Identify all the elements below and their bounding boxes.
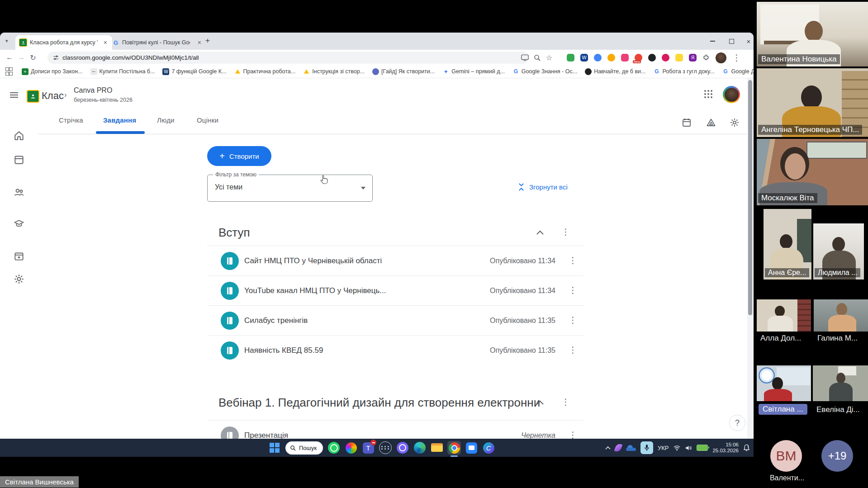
topic-filter-select[interactable]: Фільтр за темою Усі теми bbox=[207, 175, 373, 202]
participant-video[interactable]: Москалюк Віта bbox=[757, 139, 868, 205]
tab-close-icon[interactable]: × bbox=[102, 39, 109, 46]
extension-icon[interactable] bbox=[567, 54, 574, 62]
create-button[interactable]: + Створити bbox=[207, 146, 271, 166]
back-icon[interactable]: ← bbox=[4, 52, 15, 63]
people-icon[interactable] bbox=[13, 186, 25, 198]
copilot-icon[interactable] bbox=[344, 441, 358, 455]
bookmark-item[interactable]: +Дописи про Закон... bbox=[22, 68, 83, 75]
more-options-icon[interactable]: ⋮ bbox=[569, 316, 577, 324]
battery-icon[interactable] bbox=[697, 445, 708, 451]
bookmark-item[interactable]: Практична робота... bbox=[234, 68, 296, 75]
bookmark-item[interactable]: Інструкція зі створ... bbox=[303, 68, 365, 75]
home-icon[interactable] bbox=[13, 130, 25, 142]
more-options-icon[interactable]: ⋮ bbox=[561, 227, 570, 236]
file-explorer-icon[interactable] bbox=[430, 441, 444, 455]
chrome-icon-active[interactable] bbox=[447, 441, 461, 455]
tab-close-icon[interactable]: × bbox=[196, 39, 203, 46]
settings-gear-icon[interactable] bbox=[729, 117, 740, 128]
material-row[interactable]: Наявність КВЕД 85.59 Опубліковано 11:35 … bbox=[207, 335, 583, 365]
pen-feather-tray-icon[interactable] bbox=[614, 443, 622, 452]
microphone-active-icon[interactable] bbox=[640, 441, 653, 454]
calendar-icon[interactable] bbox=[681, 117, 692, 128]
tab-classwork[interactable]: Завдання bbox=[103, 116, 136, 124]
chat-icon[interactable] bbox=[465, 441, 478, 455]
breadcrumb[interactable]: Клас bbox=[42, 90, 64, 102]
bookmark-star-icon[interactable]: ☆ bbox=[546, 53, 552, 62]
bookmark-apps-icon[interactable] bbox=[5, 67, 12, 76]
extensions-puzzle-icon[interactable] bbox=[702, 54, 710, 62]
collapse-all-button[interactable]: Згорнути всі bbox=[518, 183, 568, 191]
clock[interactable]: 15:06 25.03.2026 bbox=[712, 442, 739, 454]
google-apps-grid-icon[interactable] bbox=[704, 90, 713, 99]
participant-video[interactable]: Валентина Новицька bbox=[757, 2, 868, 66]
participant-video[interactable] bbox=[814, 299, 868, 332]
bookmark-item[interactable]: [Гайд] Як створити... bbox=[372, 68, 435, 75]
bookmark-item[interactable]: Навчайте, де б ви... bbox=[585, 68, 645, 75]
extension-icon[interactable]: New bbox=[635, 54, 642, 62]
material-title[interactable]: YouTube канал НМЦ ПТО у Чернівець... bbox=[244, 286, 386, 295]
minimize-button[interactable] bbox=[706, 36, 719, 46]
hamburger-menu-icon[interactable] bbox=[10, 91, 18, 99]
language-indicator[interactable]: УКР bbox=[658, 445, 669, 451]
tray-expand-icon[interactable] bbox=[605, 446, 611, 450]
participant-video[interactable] bbox=[813, 365, 868, 401]
viber-icon[interactable] bbox=[396, 441, 409, 455]
bookmark-item[interactable]: ✦Gemini – прямий д... bbox=[442, 68, 505, 75]
courses-icon[interactable] bbox=[13, 218, 25, 230]
tab-grades[interactable]: Оцінки bbox=[197, 116, 218, 124]
participant-video[interactable]: Людмила ... bbox=[813, 223, 864, 280]
course-title[interactable]: Canva PRO bbox=[74, 86, 112, 95]
reload-icon[interactable]: ↻ bbox=[27, 52, 39, 63]
bookmark-item[interactable]: GGoogle Знання - Ос... bbox=[512, 68, 577, 75]
scrollbar-thumb[interactable] bbox=[748, 80, 752, 315]
to-review-icon[interactable] bbox=[13, 250, 25, 262]
onedrive-icon[interactable] bbox=[626, 445, 636, 451]
tab-search-google[interactable]: G Повітряні кулі - Пошук Google × bbox=[109, 35, 206, 50]
more-options-icon[interactable]: ⋮ bbox=[569, 431, 577, 439]
speaker-icon[interactable] bbox=[685, 445, 692, 451]
page-scrollbar[interactable] bbox=[747, 78, 753, 439]
more-participants-button[interactable]: +19 bbox=[821, 440, 853, 472]
extension-icon[interactable] bbox=[662, 54, 669, 62]
extension-icon[interactable] bbox=[648, 54, 656, 62]
extension-icon[interactable]: W bbox=[580, 54, 588, 62]
site-settings-icon[interactable] bbox=[53, 55, 59, 61]
participant-video[interactable] bbox=[757, 299, 811, 332]
extension-icon[interactable] bbox=[621, 54, 629, 62]
material-row[interactable]: Презентація Чернетка ⋮ bbox=[207, 420, 583, 439]
bookmark-item[interactable]: –Купити Постільна б... bbox=[90, 68, 155, 75]
wifi-icon[interactable] bbox=[673, 445, 681, 451]
close-button[interactable]: × bbox=[742, 36, 754, 46]
help-button[interactable]: ? bbox=[729, 415, 745, 431]
start-button[interactable] bbox=[268, 441, 281, 455]
tab-stream[interactable]: Стрічка bbox=[59, 116, 83, 124]
notification-bell-icon[interactable]: z bbox=[743, 444, 750, 451]
bookmark-item[interactable]: GРобота з гугл доку... bbox=[654, 68, 715, 75]
account-avatar[interactable] bbox=[723, 86, 740, 103]
participant-video[interactable]: Ангеліна Терновецька ЧП... bbox=[757, 68, 868, 137]
whatsapp-icon[interactable] bbox=[327, 441, 341, 455]
drive-folder-icon[interactable] bbox=[706, 117, 716, 128]
maximize-button[interactable] bbox=[725, 36, 738, 46]
material-title[interactable]: Силабус тренінгів bbox=[244, 316, 308, 325]
section-title[interactable]: Вступ bbox=[218, 226, 250, 240]
participant-video[interactable]: Анна Єре... bbox=[764, 209, 811, 280]
tab-people[interactable]: Люди bbox=[157, 116, 175, 124]
material-row[interactable]: Силабус тренінгів Опубліковано 11:35 ⋮ bbox=[207, 305, 583, 336]
calendar-rail-icon[interactable] bbox=[13, 154, 25, 166]
material-title[interactable]: Презентація bbox=[244, 431, 288, 439]
forward-icon[interactable]: → bbox=[15, 52, 27, 63]
bookmark-item[interactable]: W7 функцій Google К... bbox=[162, 68, 226, 75]
canva-icon[interactable]: C bbox=[482, 441, 495, 455]
extension-icon[interactable] bbox=[594, 54, 602, 62]
more-options-icon[interactable]: ⋮ bbox=[569, 346, 577, 354]
more-options-icon[interactable]: ⋮ bbox=[561, 398, 570, 406]
chevron-up-icon[interactable] bbox=[536, 229, 545, 236]
tab-classroom[interactable]: Класна робота для курсу "Can × bbox=[15, 35, 112, 50]
material-row[interactable]: Сайт НМЦ ПТО у Чернівецькій області Опуб… bbox=[207, 246, 583, 276]
edge-icon[interactable] bbox=[413, 441, 427, 455]
bookmark-item[interactable]: GGoogle Документи... bbox=[722, 68, 754, 75]
address-bar[interactable]: classroom.google.com/w/ODU3NDIwMjI0Mjc1/… bbox=[47, 52, 529, 64]
material-title[interactable]: Сайт НМЦ ПТО у Чернівецькій області bbox=[244, 256, 382, 265]
extension-icon[interactable]: Я bbox=[689, 54, 697, 62]
